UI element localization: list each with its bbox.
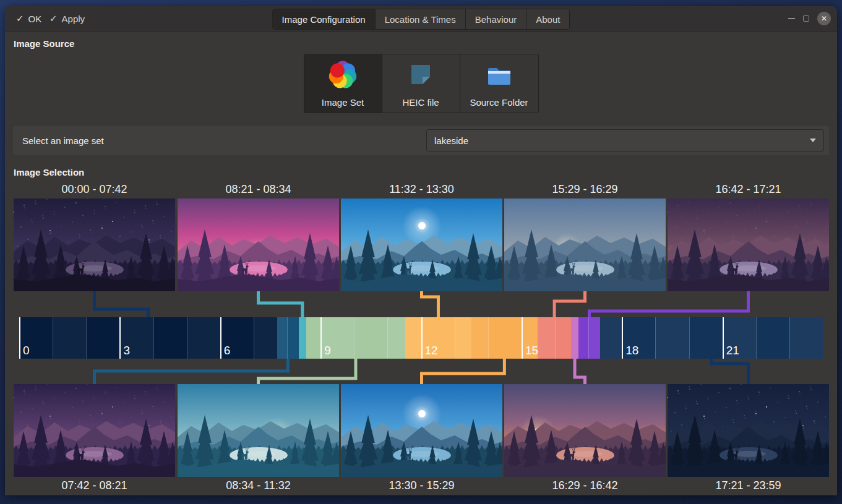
timeline-hour-tick [488, 317, 489, 359]
wallpaper-thumbnail[interactable] [668, 199, 829, 291]
connector [422, 359, 505, 384]
connector [259, 291, 303, 317]
close-icon: ✕ [821, 14, 827, 23]
timeline-segment [299, 317, 306, 359]
connector [589, 291, 748, 317]
period-time-label: 13:30 - 15:29 [341, 479, 502, 492]
wallpaper-thumbnail[interactable] [504, 199, 666, 291]
timeline-hour-tick [789, 317, 790, 359]
timeline-hour-label: 12 [425, 344, 438, 357]
image-set-button[interactable]: Image Set [304, 54, 382, 113]
connector [422, 291, 439, 317]
connector [259, 359, 356, 384]
timeline-hour-label: 9 [324, 344, 331, 357]
wallpaper-thumbnail[interactable] [178, 384, 339, 477]
connector [711, 359, 748, 384]
maximize-button[interactable] [803, 15, 809, 22]
image-source-options: Image Set HEIC file Source Folder [304, 54, 539, 113]
timeline-hour-tick [86, 317, 87, 359]
source-folder-button[interactable]: Source Folder [460, 54, 538, 113]
timeline-hour-tick [320, 317, 322, 359]
chevron-down-icon [810, 139, 816, 142]
period-time-label: 16:42 - 17:21 [668, 183, 829, 196]
timeline-hour-tick [522, 317, 523, 359]
wallpaper-thumbnail[interactable] [504, 384, 666, 477]
period-time-label: 17:21 - 23:59 [668, 479, 829, 492]
close-button[interactable]: ✕ [817, 12, 831, 25]
image-set-dropdown[interactable]: lakeside [426, 129, 824, 152]
connector [575, 359, 585, 384]
timeline-hour-tick [655, 317, 656, 359]
wallpaper-thumbnail[interactable] [668, 384, 829, 477]
ok-button[interactable]: ✓ OK [12, 6, 45, 31]
image-source-section-title: Image Source [14, 38, 74, 49]
image-set-dropdown-value: lakeside [434, 135, 468, 146]
timeline-hour-label: 15 [525, 344, 538, 357]
period-time-label: 08:21 - 08:34 [178, 183, 339, 196]
period-time-label: 00:00 - 07:42 [14, 183, 175, 196]
wallpaper-thumbnail[interactable] [341, 199, 502, 291]
timeline-hour-tick [588, 317, 589, 359]
timeline-segment [571, 317, 578, 359]
timeline-hour-tick [555, 317, 556, 359]
timeline-hour-label: 6 [224, 344, 231, 357]
tab-behaviour[interactable]: Behaviour [466, 9, 527, 29]
wallpaper-thumbnail[interactable] [178, 199, 339, 291]
period-time-label: 16:29 - 16:42 [504, 479, 666, 492]
apply-button[interactable]: ✓ Apply [46, 6, 88, 31]
connector [95, 291, 148, 317]
tab-image-configuration[interactable]: Image Configuration [273, 9, 376, 29]
tab-bar: Image ConfigurationLocation & TimesBehav… [272, 9, 570, 30]
timeline-hour-tick [287, 317, 288, 359]
timeline-hour-tick [53, 317, 53, 359]
timeline-hour-tick [119, 317, 121, 359]
period-time-label: 08:34 - 11:32 [178, 479, 339, 492]
heic-file-label: HEIC file [402, 97, 439, 108]
app-window: ✓ OK ✓ Apply Image ConfigurationLocation… [5, 6, 837, 495]
timeline-hour-label: 3 [123, 344, 130, 357]
timeline-hour-tick [387, 317, 388, 359]
tab-about[interactable]: About [526, 9, 569, 29]
image-set-label: Image Set [322, 97, 364, 108]
timeline-hour-tick [689, 317, 690, 359]
image-set-icon [328, 60, 358, 92]
period-time-label: 07:42 - 08:21 [14, 479, 175, 492]
image-set-select-row: Select an image set lakeside [13, 126, 829, 155]
heic-file-icon [406, 60, 436, 92]
source-folder-label: Source Folder [470, 97, 528, 108]
timeline-hour-tick [153, 317, 154, 359]
wallpaper-thumbnail[interactable] [14, 384, 175, 477]
minimize-button[interactable] [788, 18, 795, 19]
source-folder-icon [484, 60, 514, 92]
wallpaper-thumbnail[interactable] [341, 384, 502, 477]
check-icon: ✓ [16, 13, 24, 24]
image-set-select-label: Select an image set [22, 126, 104, 155]
image-selection-section-title: Image Selection [14, 167, 84, 177]
check-icon: ✓ [49, 13, 58, 24]
timeline-hour-tick [756, 317, 757, 359]
timeline-hour-tick [254, 317, 254, 359]
wallpaper-thumbnail[interactable] [14, 199, 175, 291]
desktop-background: { "titlebar": { "ok_label": "OK", "apply… [0, 0, 842, 504]
timeline-hour-label: 18 [625, 344, 638, 357]
connector [95, 359, 288, 384]
timeline-hour-tick [455, 317, 455, 359]
heic-file-button[interactable]: HEIC file [382, 54, 460, 113]
apply-button-label: Apply [62, 14, 85, 24]
timeline-hour-tick [354, 317, 354, 359]
connector [554, 291, 585, 317]
ok-button-label: OK [28, 14, 42, 24]
timeline: 036912151821 [19, 317, 823, 359]
timeline-hour-tick [187, 317, 187, 359]
period-time-label: 11:32 - 13:30 [341, 183, 502, 196]
titlebar: ✓ OK ✓ Apply Image ConfigurationLocation… [5, 6, 837, 32]
timeline-hour-tick [622, 317, 623, 359]
timeline-hour-tick [220, 317, 221, 359]
period-time-label: 15:29 - 16:29 [504, 183, 666, 196]
window-controls: ✕ [788, 6, 831, 31]
timeline-hour-label: 0 [23, 344, 30, 357]
timeline-hour-tick [723, 317, 724, 359]
tab-location-times[interactable]: Location & Times [376, 9, 466, 29]
timeline-hour-tick [421, 317, 423, 359]
timeline-hour-tick [19, 317, 20, 359]
